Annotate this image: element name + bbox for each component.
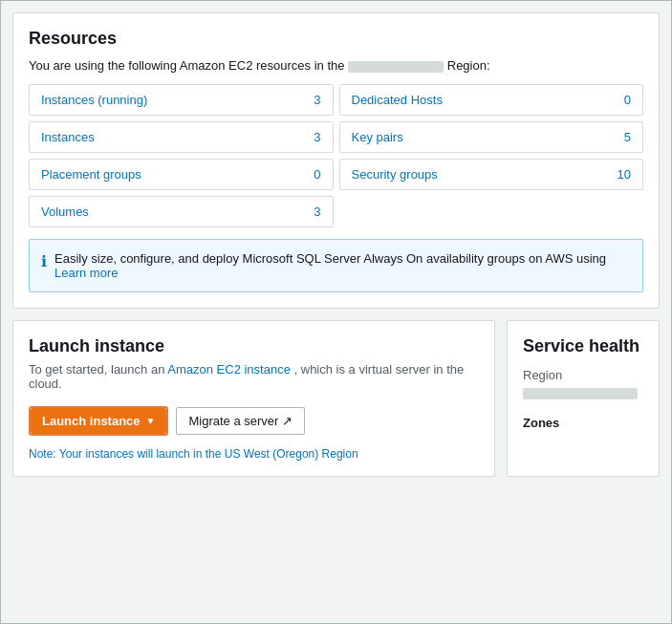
service-region-label: Region: [523, 368, 643, 382]
external-link-icon: ↗: [282, 414, 293, 428]
migrate-server-button[interactable]: Migrate a server ↗: [176, 407, 305, 435]
service-zones-label: Zones: [523, 416, 643, 430]
launch-note: Note: Your instances will launch in the …: [29, 447, 479, 461]
launch-instance-button[interactable]: Launch instance ▼: [31, 408, 166, 434]
launch-title: Launch instance: [29, 336, 479, 356]
resource-item-instances-running[interactable]: Instances (running) 3: [29, 84, 334, 116]
page-container: Resources You are using the following Am…: [0, 0, 672, 624]
resources-grid: Instances (running) 3 Dedicated Hosts 0 …: [29, 84, 643, 227]
service-region-value: [523, 388, 638, 399]
launch-subtitle: To get started, launch an Amazon EC2 ins…: [29, 362, 479, 391]
resource-count-security-groups: 10: [618, 167, 631, 182]
resource-link-placement-groups[interactable]: Placement groups: [41, 167, 141, 182]
resource-item-instances[interactable]: Instances 3: [29, 121, 334, 153]
region-placeholder: [348, 61, 444, 73]
resource-count-volumes: 3: [314, 204, 320, 219]
bottom-section: Launch instance To get started, launch a…: [12, 320, 660, 477]
dropdown-arrow-icon: ▼: [146, 416, 156, 426]
launch-card: Launch instance To get started, launch a…: [12, 320, 495, 477]
resource-item-key-pairs[interactable]: Key pairs 5: [339, 121, 644, 153]
resource-count-placement-groups: 0: [314, 167, 320, 182]
resources-title: Resources: [29, 29, 643, 49]
resource-link-security-groups[interactable]: Security groups: [352, 167, 438, 182]
resource-count-key-pairs: 5: [624, 130, 631, 144]
resource-link-dedicated-hosts[interactable]: Dedicated Hosts: [352, 93, 443, 107]
info-icon: ℹ: [41, 252, 47, 270]
resource-item-security-groups[interactable]: Security groups 10: [339, 159, 644, 190]
resource-link-instances-running[interactable]: Instances (running): [41, 93, 147, 107]
resource-link-instances[interactable]: Instances: [41, 130, 95, 144]
resource-link-volumes[interactable]: Volumes: [41, 204, 89, 219]
resources-description: You are using the following Amazon EC2 r…: [29, 58, 643, 73]
button-row: Launch instance ▼ Migrate a server ↗: [29, 406, 479, 436]
service-health-title: Service health: [523, 336, 643, 356]
learn-more-link[interactable]: Learn more: [54, 266, 118, 280]
grid-empty-cell: [339, 196, 644, 227]
resource-item-dedicated-hosts[interactable]: Dedicated Hosts 0: [339, 84, 644, 116]
resource-item-volumes[interactable]: Volumes 3: [29, 196, 334, 227]
info-banner: ℹ Easily size, configure, and deploy Mic…: [29, 239, 643, 292]
resources-card: Resources You are using the following Am…: [12, 12, 660, 309]
resource-count-instances-running: 3: [314, 93, 320, 107]
ec2-instance-link[interactable]: Amazon EC2 instance: [167, 362, 291, 377]
resource-count-dedicated-hosts: 0: [624, 93, 631, 107]
service-health-card: Service health Region Zones: [507, 320, 660, 477]
resource-item-placement-groups[interactable]: Placement groups 0: [29, 159, 334, 190]
launch-btn-wrapper: Launch instance ▼: [29, 406, 168, 436]
resource-link-key-pairs[interactable]: Key pairs: [352, 130, 403, 144]
info-text: Easily size, configure, and deploy Micro…: [54, 251, 631, 280]
resource-count-instances: 3: [314, 130, 320, 144]
